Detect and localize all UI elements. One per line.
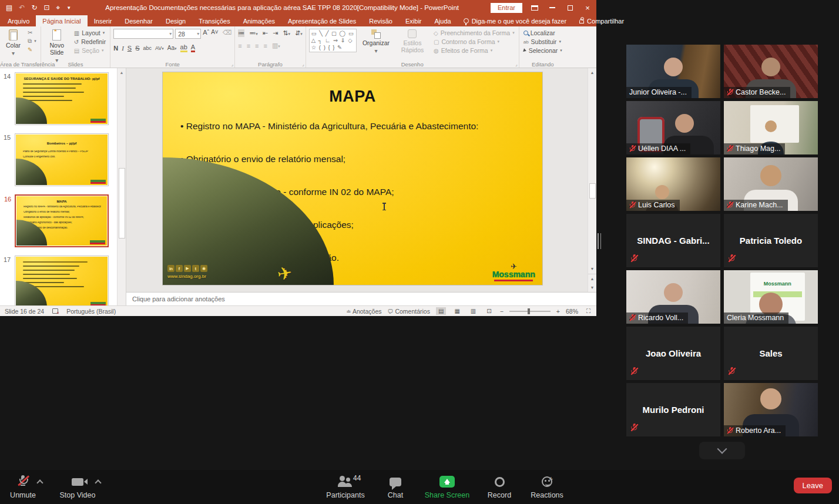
slideshow-view-button[interactable]: ⊡: [484, 307, 494, 315]
font-color-button[interactable]: A: [191, 43, 195, 52]
tab-pagina-inicial[interactable]: Página Inicial: [36, 15, 87, 26]
highlight-color-button[interactable]: ab: [180, 43, 187, 52]
format-painter-button[interactable]: ✎: [26, 46, 38, 53]
notes-toggle[interactable]: ≐ Anotações: [346, 308, 381, 315]
participant-tile[interactable]: Murilo Pedroni: [626, 383, 720, 436]
case-button[interactable]: AV▾: [155, 45, 164, 51]
unmute-button[interactable]: Unmute: [6, 475, 40, 499]
spellcheck-icon[interactable]: [52, 308, 58, 314]
increase-indent-button[interactable]: ⇥: [273, 29, 278, 37]
layout-button[interactable]: ▥Layout▾: [73, 29, 107, 37]
gallery-collapse-button[interactable]: [699, 442, 745, 459]
clipboard-dialog-launcher[interactable]: ⌟: [37, 62, 39, 67]
participant-tile-active-speaker[interactable]: Mossmann Cleria Mossmann: [724, 270, 818, 324]
tab-desenhar[interactable]: Desenhar: [118, 15, 159, 26]
font-size-combo[interactable]: 28▾: [175, 29, 201, 39]
clear-format-button[interactable]: ⌫: [223, 29, 232, 39]
editor-scrollbar[interactable]: ▲ ▼ ▲ ▼: [588, 68, 596, 292]
chat-button[interactable]: Chat: [379, 475, 412, 499]
shape-fill-button[interactable]: ◇Preenchimento da Forma▾: [432, 29, 516, 37]
record-button[interactable]: Record: [482, 475, 517, 499]
minimize-button[interactable]: [543, 0, 561, 15]
participant-tile[interactable]: Sales: [724, 327, 818, 380]
find-button[interactable]: Localizar: [522, 29, 563, 37]
thumbnail-slide-17[interactable]: 17: [15, 256, 109, 305]
zoom-percentage[interactable]: 68%: [566, 308, 578, 315]
numbering-button[interactable]: ≕▾: [249, 29, 258, 37]
close-button[interactable]: ×: [579, 0, 596, 15]
slide-sorter-view-button[interactable]: ▦: [452, 307, 462, 315]
tab-revisao[interactable]: Revisão: [363, 15, 399, 26]
touch-mode-icon[interactable]: ⌖: [56, 4, 61, 12]
font-dialog-launcher[interactable]: ⌟: [231, 62, 234, 67]
decrease-indent-button[interactable]: ⇤: [263, 29, 268, 37]
previous-slide-button[interactable]: ▲: [588, 274, 596, 283]
strikethrough-button[interactable]: S: [135, 45, 139, 52]
participant-tile[interactable]: Patricia Toledo: [724, 214, 818, 267]
select-button[interactable]: Selecionar▾: [522, 46, 563, 55]
thumbnail-slide-15[interactable]: 15 Bombeiros – pj/pf Plano de Segurança …: [15, 133, 109, 186]
tell-me-box[interactable]: Diga-me o que você deseja fazer: [458, 15, 572, 26]
tab-arquivo[interactable]: Arquivo: [1, 15, 36, 26]
slide-canvas[interactable]: ✈ MAPA Registro no MAPA - Ministério da …: [163, 72, 542, 285]
tab-inserir[interactable]: Inserir: [88, 15, 119, 26]
columns-button[interactable]: ▥▾: [272, 42, 280, 49]
panel-resize-handle[interactable]: [598, 233, 601, 249]
language-status[interactable]: Português (Brasil): [66, 308, 116, 315]
normal-view-button[interactable]: ▤: [436, 307, 446, 315]
align-left-button[interactable]: ≡: [238, 42, 241, 49]
participant-tile[interactable]: Karine Mach...: [724, 157, 818, 211]
paste-button[interactable]: Colar▾: [3, 29, 24, 58]
participant-tile[interactable]: Roberto Ara...: [724, 383, 818, 436]
notes-pane[interactable]: Clique para adicionar anotações: [126, 292, 596, 305]
sign-in-button[interactable]: Entrar: [491, 3, 522, 13]
ribbon-display-options-button[interactable]: [526, 0, 543, 15]
change-case-button[interactable]: Aa▾: [167, 45, 177, 51]
copy-button[interactable]: ⧉▾: [26, 37, 38, 45]
restore-button[interactable]: [561, 0, 579, 15]
save-icon[interactable]: ▤: [6, 4, 12, 12]
grow-font-button[interactable]: Aˆ: [203, 29, 209, 39]
cut-button[interactable]: ✂: [26, 29, 38, 36]
tab-apresentacao[interactable]: Apresentação de Slides: [281, 15, 363, 26]
char-spacing-button[interactable]: abc: [143, 45, 152, 51]
line-spacing-button[interactable]: ⇅▾: [283, 29, 290, 37]
scroll-up-icon[interactable]: ▲: [588, 68, 596, 77]
undo-icon[interactable]: ↶: [19, 4, 25, 12]
section-button[interactable]: ▤Seção▾: [73, 46, 107, 55]
underline-button[interactable]: S: [127, 45, 132, 52]
tab-design[interactable]: Design: [159, 15, 192, 26]
thumbnail-scrollbar[interactable]: ▲: [117, 68, 126, 305]
zoom-slider-thumb[interactable]: [528, 308, 530, 314]
reading-view-button[interactable]: ▥: [468, 307, 478, 315]
participant-tile[interactable]: Luis Carlos: [626, 157, 720, 211]
start-presentation-icon[interactable]: ⊡: [43, 4, 49, 12]
leave-button[interactable]: Leave: [794, 478, 832, 493]
reset-button[interactable]: ↺Redefinir: [73, 38, 107, 46]
shrink-font-button[interactable]: A˅: [211, 29, 219, 39]
arrange-button[interactable]: Organizar▾: [360, 29, 392, 55]
quick-styles-button[interactable]: Estilos Rápidos: [395, 29, 429, 54]
thumbnail-slide-16-selected[interactable]: 16 MAPA Registro no MAPA - Ministério da…: [15, 194, 109, 247]
participant-tile[interactable]: Thiago Mag...: [724, 101, 818, 154]
tab-transicoes[interactable]: Transições: [192, 15, 236, 26]
participant-tile[interactable]: Castor Becke...: [724, 45, 818, 98]
thumbnail-slide-14[interactable]: 14 SEGURANÇA E SAUDE DO TRABALHO- pj/pf: [15, 72, 109, 125]
shapes-gallery[interactable]: ▭ ╲ ╱ ▢ ◯ ▭△ ┐ ∟ ⇒ ⇓ ◇☆ ( ) { } ✎: [309, 29, 357, 52]
participant-tile[interactable]: Joao Oliveira: [626, 327, 720, 380]
shape-outline-button[interactable]: ▢Contorno da Forma▾: [432, 38, 516, 46]
tab-animacoes[interactable]: Animações: [237, 15, 281, 26]
shape-effects-button[interactable]: ◍Efeitos de Forma▾: [432, 46, 516, 55]
scroll-down-icon[interactable]: ▼: [588, 264, 596, 273]
align-right-button[interactable]: ≡: [255, 42, 259, 49]
zoom-in-button[interactable]: +: [556, 308, 560, 315]
participant-tile[interactable]: Ricardo Voll...: [626, 270, 720, 324]
participant-tile[interactable]: SINDAG - Gabri...: [626, 214, 720, 267]
participant-tile[interactable]: Uéllen DIAA ...: [626, 101, 720, 154]
drawing-dialog-launcher[interactable]: ⌟: [515, 62, 518, 67]
replace-button[interactable]: abSubstituir▾: [522, 38, 563, 46]
participants-button[interactable]: 44 Participants: [323, 475, 368, 499]
justify-button[interactable]: ≡: [264, 42, 267, 49]
align-center-button[interactable]: ≡: [247, 42, 250, 49]
tab-exibir[interactable]: Exibir: [399, 15, 428, 26]
